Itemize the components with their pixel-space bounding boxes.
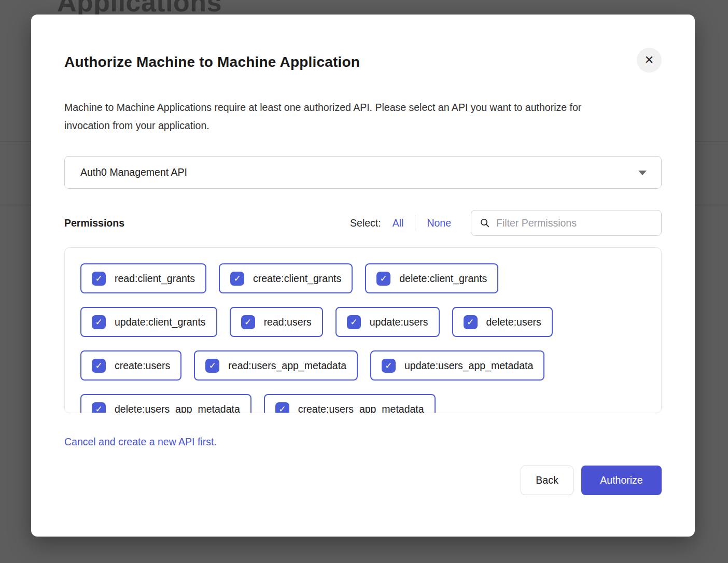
back-button[interactable]: Back	[521, 466, 573, 495]
permission-chip[interactable]: ✓ update:client_grants	[80, 307, 217, 337]
permission-chip[interactable]: ✓ delete:users_app_metadata	[80, 394, 251, 413]
checkbox-checked-icon[interactable]: ✓	[92, 359, 106, 373]
permission-label: create:client_grants	[253, 273, 341, 285]
checkbox-checked-icon[interactable]: ✓	[92, 272, 106, 286]
permission-chip[interactable]: ✓ read:users	[230, 307, 323, 337]
permission-chip[interactable]: ✓ update:users	[335, 307, 440, 337]
close-button[interactable]: ✕	[637, 48, 662, 73]
authorize-m2m-modal: Authorize Machine to Machine Application…	[31, 15, 695, 537]
checkbox-checked-icon[interactable]: ✓	[92, 402, 106, 414]
filter-permissions-input[interactable]	[496, 217, 653, 229]
permission-chip[interactable]: ✓ read:client_grants	[80, 263, 206, 293]
modal-actions: Back Authorize	[64, 466, 662, 495]
checkbox-checked-icon[interactable]: ✓	[92, 315, 106, 329]
cancel-create-api-link[interactable]: Cancel and create a new API first.	[64, 436, 217, 448]
permission-chip[interactable]: ✓ create:users	[80, 350, 181, 381]
close-icon: ✕	[645, 54, 654, 66]
permissions-label: Permissions	[64, 217, 124, 229]
checkbox-checked-icon[interactable]: ✓	[205, 359, 219, 373]
checkbox-checked-icon[interactable]: ✓	[347, 315, 361, 329]
permission-chip[interactable]: ✓ create:users_app_metadata	[264, 394, 436, 413]
permissions-list: ✓ read:client_grants ✓ create:client_gra…	[64, 247, 662, 413]
permission-label: create:users_app_metadata	[298, 403, 424, 414]
permission-chip[interactable]: ✓ delete:client_grants	[365, 263, 498, 293]
permission-label: create:users	[115, 360, 170, 372]
checkbox-checked-icon[interactable]: ✓	[464, 315, 478, 329]
chevron-down-icon	[638, 171, 647, 175]
select-label: Select:	[350, 217, 381, 229]
checkbox-checked-icon[interactable]: ✓	[230, 272, 244, 286]
modal-description: Machine to Machine Applications require …	[64, 98, 629, 135]
permission-chip[interactable]: ✓ read:users_app_metadata	[194, 350, 358, 381]
permission-label: read:users	[264, 316, 312, 328]
permission-label: update:client_grants	[115, 316, 206, 328]
api-select-dropdown[interactable]: Auth0 Management API	[64, 156, 662, 189]
api-select-value: Auth0 Management API	[80, 166, 187, 178]
permissions-header-row: Permissions Select: All None	[64, 210, 662, 236]
authorize-button[interactable]: Authorize	[581, 466, 662, 495]
permission-chip[interactable]: ✓ update:users_app_metadata	[370, 350, 544, 381]
filter-permissions-field	[471, 210, 662, 236]
permission-label: read:client_grants	[115, 273, 195, 285]
permission-chip[interactable]: ✓ create:client_grants	[219, 263, 353, 293]
permission-label: update:users	[370, 316, 428, 328]
permission-label: delete:client_grants	[399, 273, 487, 285]
permission-label: delete:users	[486, 316, 541, 328]
search-icon	[480, 218, 490, 228]
permission-chip[interactable]: ✓ delete:users	[452, 307, 553, 337]
select-all-link[interactable]: All	[393, 217, 404, 229]
select-none-link[interactable]: None	[427, 217, 451, 229]
permissions-controls: Select: All None	[350, 210, 662, 236]
checkbox-checked-icon[interactable]: ✓	[382, 359, 396, 373]
permission-label: read:users_app_metadata	[228, 360, 346, 372]
modal-title: Authorize Machine to Machine Application	[64, 52, 662, 73]
checkbox-checked-icon[interactable]: ✓	[241, 315, 255, 329]
checkbox-checked-icon[interactable]: ✓	[275, 402, 289, 414]
permission-label: delete:users_app_metadata	[115, 403, 240, 414]
checkbox-checked-icon[interactable]: ✓	[376, 272, 390, 286]
permission-label: update:users_app_metadata	[404, 360, 533, 372]
select-links-divider	[415, 215, 415, 231]
